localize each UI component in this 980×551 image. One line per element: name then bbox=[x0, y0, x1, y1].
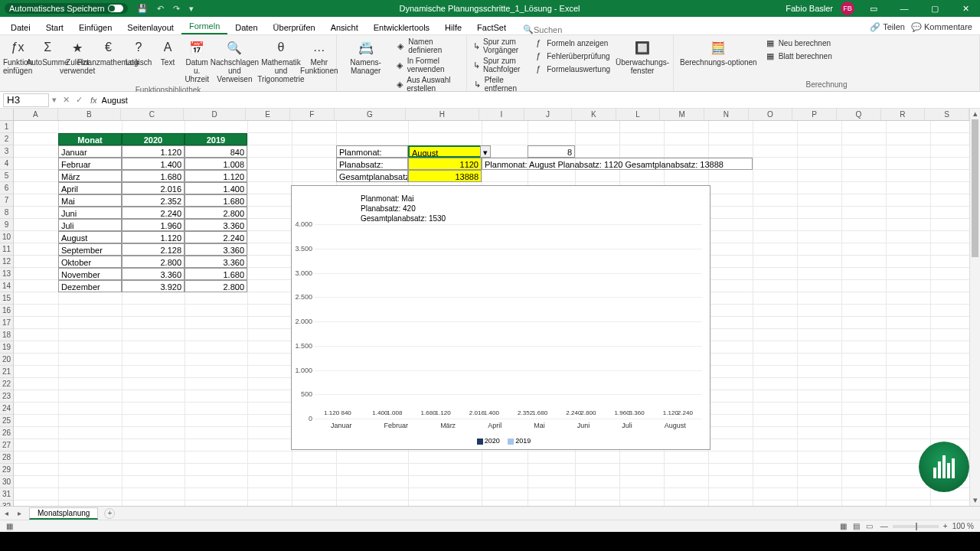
ribbon-item[interactable]: ↳Pfeile entfernen bbox=[470, 75, 528, 93]
cell[interactable]: 2.800 bbox=[185, 207, 247, 219]
cell[interactable]: 3.360 bbox=[122, 268, 185, 280]
share-button[interactable]: 🔗 Teilen bbox=[870, 22, 905, 32]
row-header[interactable]: 10 bbox=[0, 231, 13, 243]
row-header[interactable]: 21 bbox=[0, 366, 13, 378]
ribbon-button[interactable]: 🔍Nachschlagen und Verweisen bbox=[212, 37, 256, 85]
row-header[interactable]: 3 bbox=[0, 145, 13, 158]
close-icon[interactable]: ✕ bbox=[954, 4, 977, 14]
ribbon-button[interactable]: ★Zuletzt verwendet bbox=[63, 37, 92, 77]
column-header[interactable]: J bbox=[524, 109, 572, 120]
row-header[interactable]: 14 bbox=[0, 280, 13, 292]
column-header[interactable]: A bbox=[14, 109, 58, 120]
cell[interactable]: 2.800 bbox=[122, 256, 185, 268]
cell[interactable]: Oktober bbox=[58, 256, 122, 268]
cell[interactable]: März bbox=[58, 170, 122, 182]
ribbon-item[interactable]: ↳Spur zum Vorgänger bbox=[470, 37, 528, 55]
tab-datei[interactable]: Datei bbox=[3, 20, 38, 34]
cell[interactable]: August bbox=[58, 231, 122, 243]
redo-icon[interactable]: ↷ bbox=[173, 4, 180, 14]
row-header[interactable]: 24 bbox=[0, 403, 13, 415]
avatar[interactable]: FB bbox=[841, 2, 854, 15]
cell[interactable]: 1.400 bbox=[122, 158, 185, 170]
column-header[interactable]: E bbox=[246, 109, 290, 120]
row-header[interactable]: 13 bbox=[0, 268, 13, 280]
ribbon-button[interactable]: …Mehr Funktionen bbox=[305, 37, 333, 77]
row-header[interactable]: 17 bbox=[0, 317, 13, 329]
sheet-nav-prev[interactable]: ◂ bbox=[0, 509, 13, 517]
cell[interactable]: 1.120 bbox=[122, 145, 185, 158]
cell[interactable]: Dezember bbox=[58, 280, 122, 292]
cell[interactable]: 1.680 bbox=[185, 268, 247, 280]
cell[interactable]: Gesamtplanabsatz: bbox=[336, 170, 408, 182]
summary-cell[interactable]: Planmonat: August Planabsatz: 1120 Gesam… bbox=[482, 158, 753, 170]
column-header[interactable]: S bbox=[925, 109, 969, 120]
row-header[interactable]: 29 bbox=[0, 464, 13, 476]
row-header[interactable]: 32 bbox=[0, 500, 13, 506]
zoom-level[interactable]: 100 % bbox=[952, 522, 980, 530]
cell[interactable]: April bbox=[58, 182, 122, 194]
embedded-chart[interactable]: Planmonat: MaiPlanabsatz: 420Gesamtplana… bbox=[291, 185, 710, 450]
cell[interactable]: 1.120 bbox=[185, 170, 247, 182]
cell[interactable]: 2019 bbox=[185, 133, 247, 145]
row-header[interactable]: 27 bbox=[0, 439, 13, 452]
column-header[interactable]: O bbox=[749, 109, 793, 120]
row-header[interactable]: 15 bbox=[0, 292, 13, 305]
cell[interactable]: 2.240 bbox=[122, 207, 185, 219]
save-icon[interactable]: 💾 bbox=[137, 4, 148, 14]
ribbon-button[interactable]: ƒxFunktion einfügen bbox=[3, 37, 32, 77]
tab-hilfe[interactable]: Hilfe bbox=[437, 20, 469, 34]
ribbon-button[interactable]: 📅Datum u. Uhrzeit bbox=[183, 37, 211, 85]
cell[interactable]: 3.360 bbox=[185, 256, 247, 268]
cell[interactable]: Februar bbox=[58, 158, 122, 170]
autosave-toggle[interactable]: Automatisches Speichern bbox=[5, 3, 128, 14]
row-header[interactable]: 9 bbox=[0, 219, 13, 231]
ribbon-item[interactable]: ◈Namen definieren bbox=[393, 37, 463, 55]
row-header[interactable]: 23 bbox=[0, 390, 13, 403]
cell[interactable]: 3.360 bbox=[185, 243, 247, 256]
ribbon-button[interactable]: AText bbox=[154, 37, 181, 68]
row-header[interactable]: 7 bbox=[0, 194, 13, 207]
ribbon-item[interactable]: ◈In Formel verwenden bbox=[393, 56, 463, 74]
column-header[interactable]: G bbox=[335, 109, 406, 120]
column-header[interactable]: F bbox=[290, 109, 335, 120]
cell[interactable]: 1.680 bbox=[122, 170, 185, 182]
column-header[interactable]: L bbox=[616, 109, 661, 120]
column-header[interactable]: R bbox=[881, 109, 926, 120]
row-header[interactable]: 1 bbox=[0, 121, 13, 133]
cell[interactable]: Januar bbox=[58, 145, 122, 158]
ribbon-item[interactable]: ↳Spur zum Nachfolger bbox=[470, 56, 528, 74]
row-header[interactable]: 8 bbox=[0, 207, 13, 219]
ribbon-item[interactable]: ƒFormeln anzeigen bbox=[530, 37, 613, 49]
column-header[interactable]: C bbox=[121, 109, 184, 120]
tab-ueberpruefen[interactable]: Überprüfen bbox=[266, 20, 323, 34]
cell[interactable]: 13888 bbox=[408, 170, 482, 182]
tab-ansicht[interactable]: Ansicht bbox=[323, 20, 366, 34]
row-header[interactable]: 31 bbox=[0, 488, 13, 500]
cell[interactable]: Planabsatz: bbox=[336, 158, 408, 170]
cell[interactable]: 1.120 bbox=[122, 231, 185, 243]
row-header[interactable]: 18 bbox=[0, 329, 13, 341]
cell[interactable]: Planmonat: bbox=[336, 145, 408, 158]
column-header[interactable]: D bbox=[184, 109, 247, 120]
cell[interactable]: 3.360 bbox=[185, 219, 247, 231]
ribbon-button[interactable]: ΣAutoSumme bbox=[34, 37, 61, 68]
tab-start[interactable]: Start bbox=[38, 20, 71, 34]
cell[interactable]: 3.920 bbox=[122, 280, 185, 292]
cell[interactable]: 8 bbox=[528, 145, 575, 158]
row-header[interactable]: 20 bbox=[0, 354, 13, 366]
comments-button[interactable]: 💬 Kommentare bbox=[911, 22, 972, 32]
dropdown-icon[interactable]: ▾ bbox=[480, 145, 491, 158]
cell[interactable]: 2.016 bbox=[122, 182, 185, 194]
ribbon-button[interactable]: θMathematik und Trigonometrie bbox=[258, 37, 303, 85]
row-header[interactable]: 5 bbox=[0, 170, 13, 182]
ribbon-item[interactable]: ◈Aus Auswahl erstellen bbox=[393, 75, 463, 93]
formula-input[interactable] bbox=[102, 93, 980, 107]
column-header[interactable]: H bbox=[406, 109, 479, 120]
cell[interactable]: 2.128 bbox=[122, 243, 185, 256]
cell[interactable]: 2.800 bbox=[185, 280, 247, 292]
cell[interactable]: 1120 bbox=[408, 158, 482, 170]
name-box[interactable] bbox=[3, 93, 49, 107]
row-header[interactable]: 28 bbox=[0, 452, 13, 464]
column-header[interactable]: P bbox=[792, 109, 837, 120]
tab-formeln[interactable]: Formeln bbox=[181, 18, 227, 34]
